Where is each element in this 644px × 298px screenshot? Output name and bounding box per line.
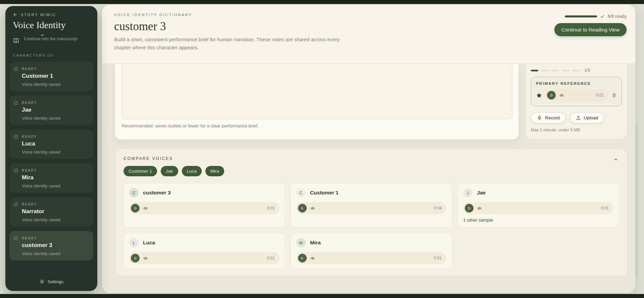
- voice-card-mira: M Mira 0:01: [291, 233, 452, 269]
- volume-icon[interactable]: [310, 206, 315, 211]
- volume-icon[interactable]: [559, 93, 564, 98]
- sidebar-scroll-area: Reading View Continue into the manuscrip…: [9, 35, 93, 272]
- play-button[interactable]: [298, 254, 307, 262]
- progress-segment-filled: [531, 70, 538, 71]
- volume-icon[interactable]: [143, 206, 148, 211]
- chip-mira[interactable]: Mira: [205, 166, 224, 176]
- primary-reference-card: PRIMARY REFERENCE 0:01: [531, 77, 622, 106]
- chip-luca[interactable]: Luca: [182, 166, 202, 176]
- sidebar-item-luca[interactable]: READY Luca Voice identity saved: [9, 129, 93, 159]
- voice-card-name: Customer 1: [310, 190, 339, 196]
- character-note: Voice identity saved: [22, 217, 60, 222]
- avatar: C: [129, 188, 139, 197]
- sidebar-item-customer-3[interactable]: READY customer 3 Voice identity saved: [9, 231, 93, 260]
- audio-player: 0:01: [463, 202, 613, 214]
- main-panel: VOICE IDENTITY DICTIONARY customer 3 Bui…: [102, 5, 635, 293]
- status-badge: READY: [22, 101, 60, 105]
- audio-player: 0:01: [129, 202, 280, 214]
- ready-status-text: 6/6 ready: [608, 14, 627, 19]
- primary-reference-label: PRIMARY REFERENCE: [536, 81, 617, 85]
- compare-voices-title: COMPARE VOICES: [123, 156, 619, 161]
- upload-button[interactable]: Upload: [570, 112, 604, 123]
- window-top-strip: [0, 0, 644, 4]
- star-icon[interactable]: [536, 92, 542, 99]
- chip-customer-1[interactable]: Customer 1: [123, 166, 157, 176]
- sample-duration: 0:01: [601, 206, 609, 211]
- voice-card-luca: L Luca 0:01: [123, 233, 285, 269]
- progress-segment: [573, 70, 580, 71]
- compare-voices-card: COMPARE VOICES Customer 1 Jae Luca Mira …: [115, 149, 628, 276]
- play-button[interactable]: [131, 254, 140, 262]
- sample-duration: 0:01: [596, 93, 604, 98]
- character-name: customer 3: [22, 242, 60, 249]
- settings-button[interactable]: Settings: [10, 272, 93, 291]
- continue-to-reading-view-button[interactable]: Continue to Reading View: [554, 23, 627, 36]
- sidebar-item-reading-view[interactable]: Reading View Continue into the manuscrip…: [9, 35, 93, 45]
- volume-icon[interactable]: [310, 256, 315, 261]
- sidebar-item-customer-1[interactable]: READY Customer 1 Voice identity saved: [9, 62, 93, 91]
- audio-player: 0:04: [296, 202, 447, 214]
- play-button[interactable]: [465, 204, 474, 213]
- voice-card-name: Mira: [310, 240, 321, 246]
- upload-limit-note: Max 1 minute, under 5 MB: [531, 128, 622, 132]
- arrow-left-icon: [13, 12, 18, 17]
- sidebar-item-narrator[interactable]: READY Narrator Voice identity saved: [9, 197, 93, 227]
- upload-icon: [576, 115, 581, 120]
- status-badge: READY: [22, 169, 60, 172]
- sample-progress: 1/5: [531, 68, 622, 73]
- check-circle-icon: [13, 100, 18, 121]
- brief-recommendation: Recommended: seven bullets or fewer for …: [122, 123, 512, 128]
- check-icon: [600, 14, 605, 19]
- audio-player: 0:01: [296, 252, 447, 264]
- chevron-up-icon[interactable]: [612, 156, 620, 164]
- avatar: M: [296, 238, 306, 247]
- reference-panel: 1/5 PRIMARY REFERENCE: [525, 64, 628, 139]
- play-button[interactable]: [131, 204, 140, 213]
- back-to-story-mimic-link[interactable]: STORY MIMIC: [9, 11, 93, 17]
- ready-progress-bar: [565, 15, 597, 17]
- play-button[interactable]: [547, 91, 556, 100]
- voice-card-customer-1: C Customer 1 0:04: [291, 183, 452, 228]
- check-circle-icon: [13, 66, 18, 87]
- avatar: C: [296, 188, 306, 197]
- check-circle-icon: [13, 168, 18, 188]
- sidebar-item-mira[interactable]: READY Mira Voice identity saved: [9, 163, 93, 193]
- page-title: customer 3: [114, 20, 627, 33]
- record-label: Record: [545, 115, 560, 120]
- reading-view-label: Reading View: [24, 35, 77, 36]
- progress-segment: [562, 70, 569, 71]
- status-badge: READY: [22, 67, 60, 71]
- play-button[interactable]: [298, 204, 307, 213]
- characters-section-label: CHARACTERS (6): [9, 53, 93, 57]
- trash-icon[interactable]: [611, 93, 617, 98]
- sidebar: STORY MIMIC Voice Identity Reading View …: [5, 6, 97, 291]
- chip-jae[interactable]: Jae: [161, 166, 178, 176]
- voice-card-name: Jae: [477, 190, 486, 196]
- voice-card-name: customer 3: [143, 190, 171, 196]
- record-button[interactable]: Record: [531, 112, 566, 123]
- brief-textarea[interactable]: [122, 64, 512, 119]
- character-note: Voice identity saved: [22, 251, 60, 256]
- sample-duration: 0:01: [267, 256, 275, 260]
- character-note: Voice identity saved: [22, 82, 60, 87]
- page-scrollbar[interactable]: [636, 125, 638, 278]
- breadcrumb-eyebrow: VOICE IDENTITY DICTIONARY: [114, 13, 627, 17]
- gear-icon: [39, 279, 45, 284]
- voice-card-name: Luca: [143, 240, 155, 246]
- volume-icon[interactable]: [143, 256, 148, 261]
- page-description: Build a short, consistent performance br…: [114, 36, 349, 52]
- sidebar-item-jae[interactable]: READY Jae Voice identity saved: [9, 96, 93, 125]
- page-header: VOICE IDENTITY DICTIONARY customer 3 Bui…: [102, 5, 635, 64]
- check-circle-icon: [13, 236, 18, 256]
- status-badge: READY: [22, 202, 60, 206]
- character-note: Voice identity saved: [22, 116, 60, 121]
- character-name: Luca: [22, 140, 60, 147]
- other-samples-link[interactable]: 1 other sample: [463, 218, 613, 223]
- voice-card-jae: J Jae 0:01 1 other sample: [457, 183, 619, 228]
- volume-icon[interactable]: [477, 206, 482, 211]
- status-badge: READY: [22, 135, 60, 138]
- reading-view-subtitle: Continue into the manuscript: [24, 37, 77, 41]
- character-name: Narrator: [22, 208, 60, 215]
- check-circle-icon: [13, 202, 18, 222]
- character-name: Jae: [22, 107, 60, 113]
